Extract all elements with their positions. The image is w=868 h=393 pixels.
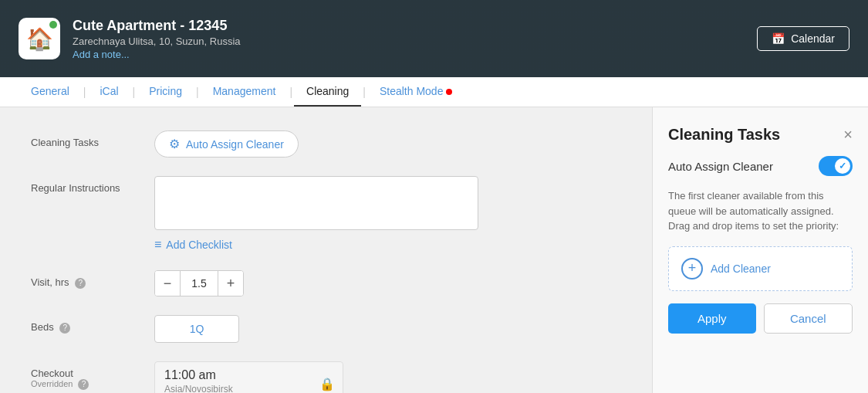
auto-assign-label: Auto Assign Cleaner <box>186 138 284 151</box>
stealth-dot <box>446 89 452 95</box>
nav-sep-1: | <box>82 86 88 98</box>
gear-icon: ⚙ <box>169 137 180 151</box>
beds-info-icon[interactable]: ? <box>59 323 70 334</box>
add-note-link[interactable]: Add a note... <box>73 49 241 60</box>
visit-hrs-row: Visit, hrs ? − 1.5 + <box>31 270 621 296</box>
panel-title: Cleaning Tasks <box>668 126 780 144</box>
tab-stealth-mode[interactable]: Stealth Mode <box>367 77 465 107</box>
apply-button[interactable]: Apply <box>668 303 756 334</box>
auto-assign-toggle-label: Auto Assign Cleaner <box>668 160 773 173</box>
add-checklist-label: Add Checklist <box>166 239 232 251</box>
calendar-button[interactable]: 📅 Calendar <box>757 26 849 51</box>
header-left: 🏠 Cute Apartment - 12345 Zarechnaya Ulit… <box>19 18 241 60</box>
checkout-timezone: Asia/Novosibirsk <box>164 384 333 393</box>
tab-ical[interactable]: iCal <box>87 77 130 107</box>
tab-general[interactable]: General <box>19 77 82 107</box>
tab-management[interactable]: Management <box>201 77 289 107</box>
home-icon: 🏠 <box>26 26 53 52</box>
checkout-info-icon[interactable]: ? <box>78 379 89 390</box>
tab-pricing[interactable]: Pricing <box>137 77 194 107</box>
property-address: Zarechnaya Ulitsa, 10, Suzun, Russia <box>73 36 241 47</box>
auto-assign-button[interactable]: ⚙ Auto Assign Cleaner <box>154 130 299 158</box>
content-area: Cleaning Tasks ⚙ Auto Assign Cleaner Reg… <box>0 107 652 393</box>
header: 🏠 Cute Apartment - 12345 Zarechnaya Ulit… <box>0 0 868 77</box>
lock-icon: 🔒 <box>319 377 335 391</box>
main-layout: Cleaning Tasks ⚙ Auto Assign Cleaner Reg… <box>0 107 868 393</box>
nav-sep-3: | <box>194 86 201 98</box>
add-cleaner-button[interactable]: + Add Cleaner <box>668 246 853 291</box>
add-cleaner-label: Add Cleaner <box>711 263 771 275</box>
visit-hrs-stepper: − 1.5 + <box>154 270 244 296</box>
visit-hrs-label: Visit, hrs ? <box>31 270 139 289</box>
beds-label: Beds ? <box>31 315 139 334</box>
right-panel: Cleaning Tasks × Auto Assign Cleaner ✓ T… <box>652 107 868 393</box>
cleaning-tasks-label: Cleaning Tasks <box>31 130 139 148</box>
nav-sep-4: | <box>288 86 294 98</box>
auto-assign-toggle[interactable]: ✓ <box>819 156 853 176</box>
checkout-time: 11:00 am <box>164 368 333 382</box>
status-dot <box>49 21 57 29</box>
cleaning-tasks-row: Cleaning Tasks ⚙ Auto Assign Cleaner <box>31 130 621 158</box>
checkout-row: Checkout Overridden ? 11:00 am Asia/Novo… <box>31 361 621 393</box>
toggle-knob: ✓ <box>835 158 850 174</box>
visit-hrs-value: 1.5 <box>180 271 218 296</box>
nav-sep-5: | <box>361 86 367 98</box>
property-icon: 🏠 <box>19 18 60 59</box>
add-cleaner-plus-icon: + <box>681 258 703 280</box>
calendar-icon: 📅 <box>772 32 785 45</box>
instructions-textarea[interactable] <box>154 176 478 230</box>
panel-header: Cleaning Tasks × <box>668 126 853 144</box>
nav-tabs: General | iCal | Pricing | Management | … <box>0 77 868 107</box>
list-icon: ≡ <box>154 238 161 252</box>
close-button[interactable]: × <box>843 126 853 144</box>
checkout-box: 11:00 am Asia/Novosibirsk 🔒 <box>154 361 343 393</box>
beds-value: 1Q <box>154 315 239 343</box>
toggle-row: Auto Assign Cleaner ✓ <box>668 156 853 176</box>
checkout-label: Checkout Overridden ? <box>31 361 139 390</box>
visit-hrs-decrement[interactable]: − <box>155 271 180 296</box>
action-buttons: Apply Cancel <box>668 303 853 334</box>
regular-instructions-label: Regular Instructions <box>31 176 139 194</box>
visit-hrs-info-icon[interactable]: ? <box>75 278 86 289</box>
panel-description: The first cleaner available from this qu… <box>668 188 853 234</box>
property-info: Cute Apartment - 12345 Zarechnaya Ulitsa… <box>73 18 241 60</box>
property-name: Cute Apartment - 12345 <box>73 18 241 34</box>
regular-instructions-row: Regular Instructions ≡ Add Checklist <box>31 176 621 252</box>
cancel-button[interactable]: Cancel <box>764 303 853 334</box>
tab-cleaning[interactable]: Cleaning <box>294 77 361 107</box>
visit-hrs-increment[interactable]: + <box>218 271 243 296</box>
add-checklist-button[interactable]: ≡ Add Checklist <box>154 238 478 252</box>
toggle-check-icon: ✓ <box>839 161 846 171</box>
beds-row: Beds ? 1Q <box>31 315 621 343</box>
nav-sep-2: | <box>131 86 137 98</box>
